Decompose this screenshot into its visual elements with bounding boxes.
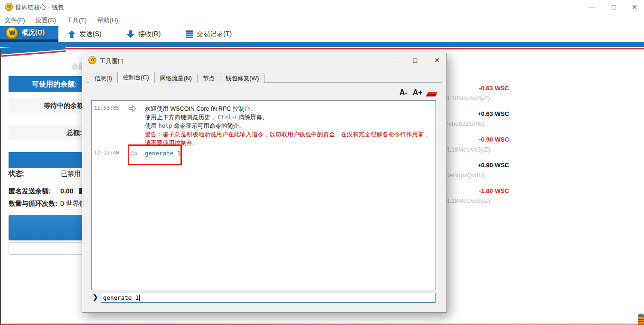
- tab-send[interactable]: 发送(S): [58, 26, 117, 42]
- header-red-stripe: [0, 48, 644, 49]
- help-line: 使用 help 命令显示可用命令的简介。: [145, 122, 430, 130]
- console-output[interactable]: 11:53:05 欢迎使用 WSCOIN Core 的 RPC 控制台。 使用上…: [91, 100, 436, 290]
- transaction-address: JvL18McUvxSyZ): [442, 196, 509, 206]
- title-bar: W 世界链核心 - 钱包 — □ ✕: [0, 0, 644, 14]
- sync-status-icon: [638, 314, 644, 325]
- reply-arrow-right-icon: [128, 105, 136, 112]
- menu-file[interactable]: 文件(F): [5, 16, 25, 25]
- tab-send-label: 发送(S): [79, 30, 102, 38]
- close-button[interactable]: ✕: [629, 2, 640, 12]
- console-timestamp: 11:53:05: [94, 105, 119, 111]
- header-blue-strip: [0, 42, 644, 48]
- console-timestamp: 17:12:40: [94, 150, 119, 156]
- anonymous-balance-label: 匿名发送余额:: [9, 187, 51, 196]
- scam-warning-text: 警告：骗子总是积极地劝说用户在此输入指令，以窃取用户钱包中的资金．在没有完全理解…: [145, 130, 430, 147]
- console-command-input[interactable]: generate 1: [101, 293, 436, 303]
- window-left-border: [0, 49, 1, 325]
- tab-peers[interactable]: 节点: [197, 74, 220, 83]
- transaction-address: JvL18McUvxSyZ): [442, 144, 509, 155]
- transaction-address: 4DeBdpxQvdU): [442, 170, 509, 181]
- window-title: 世界链核心 - 钱包: [15, 3, 64, 12]
- coin-icon: W: [6, 27, 18, 39]
- history-line: 使用上下方向键浏览历史， Ctrl-L清除屏幕。: [145, 113, 430, 122]
- tab-network-traffic[interactable]: 网络流量(N): [154, 74, 198, 83]
- history-line-text: 使用上下方向键浏览历史，: [145, 114, 218, 121]
- dialog-maximize-button[interactable]: □: [410, 55, 420, 66]
- menu-bar: 文件(F) 设置(S) 工具(T) 帮助(H): [0, 14, 644, 26]
- transaction-amount: +0.90 WSC: [442, 161, 509, 170]
- transaction-amount: -1.80 WSC: [442, 186, 509, 196]
- app-window: W 世界链核心 - 钱包 — □ ✕ 文件(F) 设置(S) 工具(T) 帮助(…: [0, 0, 644, 325]
- menu-settings[interactable]: 设置(S): [36, 16, 56, 25]
- prompt-chevron-icon: ❯: [93, 293, 98, 301]
- dialog-title-bar: W 工具窗口 — □ ✕: [82, 53, 446, 67]
- tab-overview-label: 概况(O): [22, 29, 45, 37]
- tab-wallet-repair[interactable]: 钱包修复(W): [220, 74, 265, 83]
- help-code: help: [158, 123, 172, 129]
- minimize-button[interactable]: —: [586, 2, 597, 12]
- menu-tools[interactable]: 工具(T): [66, 16, 87, 25]
- dialog-minimize-button[interactable]: —: [388, 55, 398, 66]
- help-line-tail: 命令显示可用命令的简介。: [172, 123, 245, 129]
- transaction-row[interactable]: +0.63 WSC 77vbe62ZSPfb): [442, 107, 509, 133]
- console-message: 欢迎使用 WSCOIN Core 的 RPC 控制台。 使用上下方向键浏览历史，…: [145, 105, 430, 147]
- tab-transactions[interactable]: 交易记录(T): [176, 26, 252, 42]
- tab-information[interactable]: 信息(I): [89, 74, 118, 83]
- dialog-logo-icon: W: [88, 56, 96, 64]
- transaction-amount: +0.63 WSC: [442, 109, 509, 119]
- rounds-label: 数量与循环次数:: [9, 200, 57, 208]
- transaction-row[interactable]: +0.90 WSC 4DeBdpxQvdU): [442, 159, 509, 184]
- nav-tab-bar: W 概况(O) 发送(S) 接收(R) 交易记录(T): [0, 26, 644, 42]
- tab-receive[interactable]: 接收(R): [117, 26, 176, 42]
- console-input-value: generate 1: [103, 294, 139, 301]
- text-cursor: [139, 295, 140, 301]
- status-value: 已禁用: [61, 170, 81, 178]
- history-line-tail: 清除屏幕。: [238, 114, 268, 121]
- annotation-box: [128, 144, 182, 165]
- status-label: 状态:: [9, 170, 24, 178]
- dialog-close-button[interactable]: ✕: [432, 55, 442, 66]
- anonymous-balance-value: 0.00: [60, 187, 73, 195]
- transaction-row[interactable]: -0.90 WSC JvL18McUvxSyZ): [442, 133, 509, 159]
- clear-console-broom-icon[interactable]: [426, 92, 438, 96]
- transaction-amount: -0.90 WSC: [442, 135, 509, 144]
- maximize-button[interactable]: □: [608, 2, 619, 12]
- help-line-text: 使用: [145, 123, 158, 129]
- sync-stripes: [638, 317, 644, 325]
- transaction-row[interactable]: -1.80 WSC JvL18McUvxSyZ): [442, 184, 509, 210]
- recent-transactions-list: -0.63 WSC JvL18McUvxSyZ) +0.63 WSC 77vbe…: [442, 82, 509, 210]
- tab-console[interactable]: 控制台(C): [117, 72, 155, 83]
- transaction-row[interactable]: -0.63 WSC JvL18McUvxSyZ): [442, 82, 509, 107]
- tab-receive-label: 接收(R): [138, 30, 161, 38]
- font-smaller-button[interactable]: A-: [399, 88, 407, 97]
- tab-transactions-label: 交易记录(T): [197, 30, 232, 38]
- dialog-tab-bar: 信息(I) 控制台(C) 网络流量(N) 节点 钱包修复(W): [89, 72, 264, 83]
- transaction-address: JvL18McUvxSyZ): [442, 93, 509, 104]
- send-arrow-up-icon: [68, 30, 76, 38]
- app-logo-icon: W: [5, 3, 13, 11]
- receive-arrow-down-icon: [127, 30, 134, 38]
- transaction-list-icon: [186, 30, 193, 38]
- font-bigger-button[interactable]: A+: [413, 88, 423, 97]
- ctrl-l-code: Ctrl-L: [218, 114, 238, 121]
- transaction-amount: -0.63 WSC: [442, 84, 509, 93]
- tools-dialog: W 工具窗口 — □ ✕ 信息(I) 控制台(C) 网络流量(N) 节点 钱包修…: [82, 53, 447, 313]
- dialog-title: 工具窗口: [99, 57, 124, 66]
- transaction-address: 77vbe62ZSPfb): [442, 119, 509, 129]
- welcome-line: 欢迎使用 WSCOIN Core 的 RPC 控制台。: [145, 105, 430, 113]
- tab-overview[interactable]: W 概况(O): [0, 26, 58, 42]
- menu-help[interactable]: 帮助(H): [97, 16, 118, 25]
